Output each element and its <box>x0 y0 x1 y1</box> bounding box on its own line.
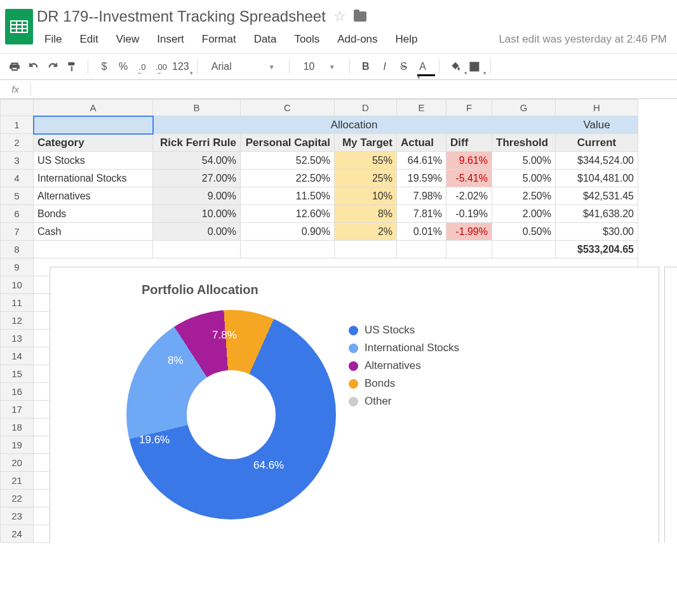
row-header[interactable]: 5 <box>1 187 34 205</box>
undo-button[interactable] <box>25 58 42 76</box>
text-color-button[interactable]: A <box>415 58 431 76</box>
cell[interactable]: 55% <box>335 152 397 170</box>
sheets-logo[interactable] <box>3 5 36 50</box>
cell[interactable]: 2.00% <box>492 205 556 223</box>
col-header-F[interactable]: F <box>446 100 492 116</box>
cell[interactable]: Alternatives <box>34 187 153 205</box>
cell[interactable]: -5.41% <box>446 170 492 187</box>
row-header[interactable]: 20 <box>1 454 34 472</box>
font-family-select[interactable]: Arial ▼ <box>205 58 281 76</box>
col-header-B[interactable]: B <box>153 100 241 116</box>
cell[interactable]: 2.50% <box>492 187 556 205</box>
cell-A1[interactable] <box>34 116 153 134</box>
cell[interactable]: 54.00% <box>153 152 241 170</box>
col-header-G[interactable]: G <box>492 100 556 116</box>
row-header[interactable]: 15 <box>1 365 34 383</box>
document-title[interactable]: DR 179--Investment Tracking Spreadsheet <box>37 8 326 25</box>
col-header-C[interactable]: C <box>241 100 335 116</box>
menu-help[interactable]: Help <box>387 30 427 48</box>
cell[interactable]: 7.81% <box>397 205 446 223</box>
borders-button[interactable] <box>466 58 483 76</box>
menu-insert[interactable]: Insert <box>148 30 193 48</box>
row-header[interactable]: 11 <box>1 294 34 312</box>
row-header[interactable]: 12 <box>1 312 34 330</box>
redo-button[interactable] <box>44 58 61 76</box>
font-size-select[interactable]: 10 ▼ <box>297 58 342 76</box>
cell[interactable]: 27.00% <box>153 170 241 187</box>
row-header[interactable]: 21 <box>1 472 34 490</box>
cell[interactable]: $344,524.00 <box>556 152 638 170</box>
cell[interactable]: 0.00% <box>153 223 241 241</box>
cell[interactable] <box>492 241 556 258</box>
cell[interactable] <box>397 241 446 258</box>
cell[interactable]: $30.00 <box>556 223 638 241</box>
row-header[interactable]: 13 <box>1 330 34 347</box>
increase-decimal-button[interactable]: .00→ <box>153 58 170 76</box>
menu-addons[interactable]: Add-ons <box>328 30 386 48</box>
cell[interactable]: 12.60% <box>241 205 335 223</box>
cell[interactable]: 0.50% <box>492 223 556 241</box>
italic-button[interactable]: I <box>377 58 393 76</box>
cell[interactable]: 9.00% <box>153 187 241 205</box>
header-diff[interactable]: Diff <box>446 134 492 152</box>
cell[interactable]: 11.50% <box>241 187 335 205</box>
bold-button[interactable]: B <box>358 58 374 76</box>
row-header[interactable]: 10 <box>1 276 34 294</box>
cell[interactable]: International Stocks <box>34 170 153 187</box>
cell[interactable]: 7.98% <box>397 187 446 205</box>
cell[interactable] <box>153 241 241 258</box>
row-header[interactable]: 14 <box>1 347 34 365</box>
cell[interactable] <box>34 241 153 258</box>
cell[interactable]: 8% <box>335 205 397 223</box>
print-button[interactable] <box>6 58 23 76</box>
chart-container[interactable]: Portfolio Allocation 64.6%19.6%8%7.8% US… <box>50 267 659 543</box>
cell[interactable]: 52.50% <box>241 152 335 170</box>
cell[interactable]: 64.61% <box>397 152 446 170</box>
col-header-D[interactable]: D <box>335 100 397 116</box>
folder-icon[interactable] <box>354 11 366 22</box>
cell[interactable]: -2.02% <box>446 187 492 205</box>
cell[interactable]: $41,638.20 <box>556 205 638 223</box>
row-header[interactable]: 3 <box>1 152 34 170</box>
cell[interactable]: 5.00% <box>492 152 556 170</box>
paint-format-button[interactable] <box>64 58 80 76</box>
menu-file[interactable]: File <box>36 30 70 48</box>
col-header-A[interactable]: A <box>34 100 153 116</box>
header-pc[interactable]: Personal Capital <box>241 134 335 152</box>
header-threshold[interactable]: Threshold <box>492 134 556 152</box>
cell[interactable]: 9.61% <box>446 152 492 170</box>
row-header[interactable]: 19 <box>1 436 34 454</box>
cell[interactable]: Cash <box>34 223 153 241</box>
cell[interactable]: 0.90% <box>241 223 335 241</box>
value-header[interactable]: Value <box>556 116 638 134</box>
row-header[interactable]: 9 <box>1 258 34 276</box>
row-header[interactable]: 7 <box>1 223 34 241</box>
total-cell[interactable]: $533,204.65 <box>556 241 638 258</box>
cell[interactable]: Bonds <box>34 205 153 223</box>
cell[interactable]: 5.00% <box>492 170 556 187</box>
cell[interactable]: 22.50% <box>241 170 335 187</box>
star-icon[interactable]: ☆ <box>333 8 346 25</box>
header-rick[interactable]: Rick Ferri Rule <box>153 134 241 152</box>
cell[interactable]: 2% <box>335 223 397 241</box>
col-header-H[interactable]: H <box>556 100 638 116</box>
cell[interactable]: 10.00% <box>153 205 241 223</box>
fill-color-button[interactable] <box>447 58 464 76</box>
header-actual[interactable]: Actual <box>397 134 446 152</box>
header-target[interactable]: My Target <box>335 134 397 152</box>
spreadsheet-grid[interactable]: A B C D E F G H 1 Allocation Value 2 Cat… <box>0 99 677 543</box>
menu-edit[interactable]: Edit <box>70 30 107 48</box>
cell[interactable]: 19.59% <box>397 170 446 187</box>
menu-data[interactable]: Data <box>245 30 286 48</box>
row-header[interactable]: 18 <box>1 418 34 436</box>
row-header[interactable]: 16 <box>1 383 34 401</box>
more-formats-button[interactable]: 123 <box>172 58 189 76</box>
row-header[interactable]: 23 <box>1 507 34 525</box>
cell[interactable]: 10% <box>335 187 397 205</box>
format-currency-button[interactable]: $ <box>96 58 112 76</box>
decrease-decimal-button[interactable]: .0← <box>134 58 151 76</box>
cell[interactable]: US Stocks <box>34 152 153 170</box>
formula-input[interactable] <box>31 84 677 95</box>
row-header[interactable]: 4 <box>1 170 34 187</box>
row-header[interactable]: 1 <box>1 116 34 134</box>
